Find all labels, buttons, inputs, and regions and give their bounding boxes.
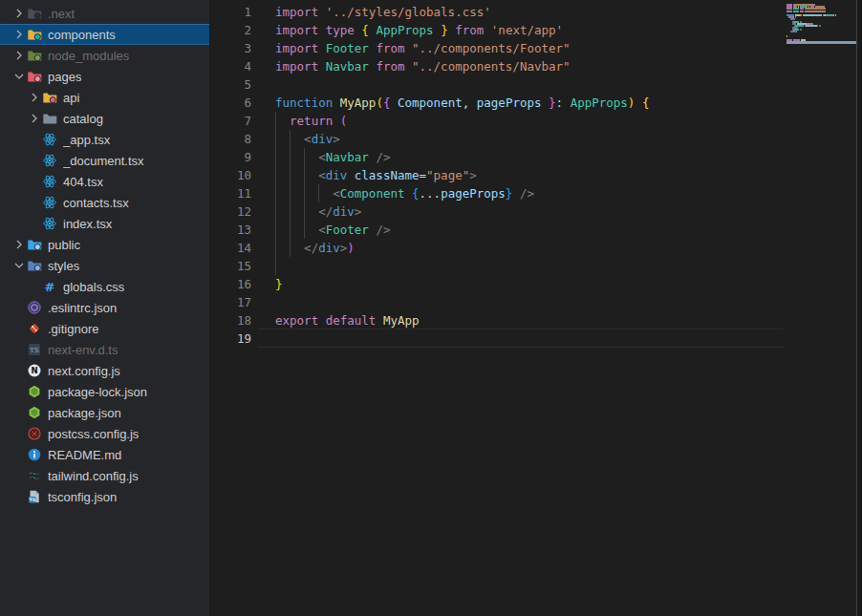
tree-item-postcss-config-js[interactable]: postcss.config.js [0,423,209,444]
chevron-spacer [27,216,42,231]
tree-item--app-tsx[interactable]: _app.tsx [0,129,209,150]
code-line[interactable]: </div> [258,202,784,221]
tree-item-label: next.config.js [48,364,120,378]
line-number[interactable]: 15 [210,257,258,275]
tree-item-index-tsx[interactable]: index.tsx [0,213,209,234]
css-icon: # [42,279,57,294]
code-line[interactable] [258,75,784,94]
line-number[interactable]: 18 [210,311,258,329]
code-token [318,5,326,19]
code-token: from [376,41,404,55]
scrollbar-track[interactable] [856,0,862,616]
code-token: ... [420,186,442,201]
tree-item-next-config-js[interactable]: Nnext.config.js [0,360,209,381]
tree-item--document-tsx[interactable]: _document.tsx [0,150,209,171]
line-number[interactable]: 1 [210,3,258,21]
tree-item-label: _app.tsx [63,133,110,147]
line-number[interactable]: 14 [210,239,258,257]
code-line[interactable]: function MyApp({ Component, pageProps }:… [258,94,784,112]
chevron-right-icon[interactable] [11,48,27,63]
chevron-spacer [11,447,27,462]
tree-item-styles[interactable]: styles [0,255,209,276]
line-number[interactable]: 5 [210,75,258,94]
code-token: 'next/app' [491,23,563,37]
code-token [333,96,340,110]
tree-item-label: package-lock.json [48,385,147,399]
code-line[interactable]: <Component {...pageProps} /> [258,184,784,202]
tree-item-public[interactable]: public [0,234,209,255]
code-line[interactable]: <Footer /> [258,221,784,239]
tree-item--eslintrc-json[interactable]: .eslintrc.json [0,297,209,318]
tree-item-readme-md[interactable]: README.md [0,444,209,465]
tree-item-label: tailwind.config.js [48,469,139,483]
code-token: Navbar [326,150,369,164]
minimap[interactable] [784,0,856,616]
code-token: Footer [326,41,369,55]
code-token: AppProps [571,96,628,110]
code-line[interactable]: } [258,275,784,293]
code-line[interactable]: <Navbar /> [258,148,784,166]
line-number[interactable]: 16 [210,275,258,293]
editor-content[interactable]: import '../styles/globals.css'import typ… [258,0,784,616]
chevron-right-icon[interactable] [27,111,42,126]
tsconfig-icon: TS [27,489,42,504]
tree-item-pages[interactable]: pages [0,66,209,87]
tree-item--next[interactable]: .next [0,3,209,24]
line-number[interactable]: 2 [210,21,258,39]
code-line[interactable] [258,293,784,311]
chevron-right-icon[interactable] [11,6,27,21]
line-number[interactable]: 12 [210,202,258,221]
tree-item-404-tsx[interactable]: 404.tsx [0,171,209,192]
indent-guide [275,221,276,239]
line-number[interactable]: 7 [210,112,258,130]
chevron-down-icon[interactable] [11,69,27,84]
code-line[interactable] [258,329,784,348]
tree-item-label: public [48,238,80,252]
code-line[interactable]: import Footer from "../components/Footer… [258,39,784,57]
code-token: } [549,96,556,110]
line-number[interactable]: 9 [210,148,258,166]
line-number[interactable]: 10 [210,166,258,184]
line-number[interactable]: 6 [210,94,258,112]
line-number[interactable]: 11 [210,184,258,202]
tree-item-tailwind-config-js[interactable]: tailwind.config.js [0,465,209,486]
line-number[interactable]: 4 [210,57,258,75]
tree-item-contacts-tsx[interactable]: contacts.tsx [0,192,209,213]
chevron-right-icon[interactable] [27,90,42,105]
tree-item-components[interactable]: components [0,24,209,45]
code-line[interactable]: </div>) [258,239,784,257]
code-token: export [275,313,318,328]
tree-item-label: package.json [48,406,121,420]
chevron-down-icon[interactable] [11,258,27,273]
tree-item-tsconfig-json[interactable]: TStsconfig.json [0,486,209,507]
code-line[interactable]: import Navbar from "../components/Navbar… [258,57,784,75]
indent-guide [275,239,276,257]
indent-guide [318,184,319,202]
tree-item-api[interactable]: api [0,87,209,108]
tree-item-catalog[interactable]: catalog [0,108,209,129]
line-number[interactable]: 8 [210,130,258,148]
vscode-window: .nextcomponentsnode_modulespagesapicatal… [0,0,862,616]
tree-item-package-lock-json[interactable]: package-lock.json [0,381,209,402]
tree-item-next-env-d-ts[interactable]: TSnext-env.d.ts [0,339,209,360]
line-number[interactable]: 3 [210,39,258,57]
line-number[interactable]: 17 [210,293,258,311]
tree-item-node-modules[interactable]: node_modules [0,45,209,66]
tree-item--gitignore[interactable]: .gitignore [0,318,209,339]
tree-item-package-json[interactable]: package.json [0,402,209,423]
code-line[interactable]: import '../styles/globals.css' [258,3,784,21]
folder-next-icon [27,6,42,21]
code-line[interactable]: return ( [258,112,784,130]
line-number[interactable]: 19 [210,329,258,348]
tree-item-globals-css[interactable]: #globals.css [0,276,209,297]
chevron-right-icon[interactable] [11,237,27,252]
code-line[interactable]: export default MyApp [258,311,784,329]
code-line[interactable] [258,257,784,275]
line-number[interactable]: 13 [210,221,258,239]
minimap-current-line [787,41,856,43]
chevron-spacer [11,384,27,399]
code-line[interactable]: <div className="page"> [258,166,784,184]
chevron-right-icon[interactable] [11,27,27,42]
code-line[interactable]: <div> [258,130,784,148]
code-line[interactable]: import type { AppProps } from 'next/app' [258,21,784,39]
